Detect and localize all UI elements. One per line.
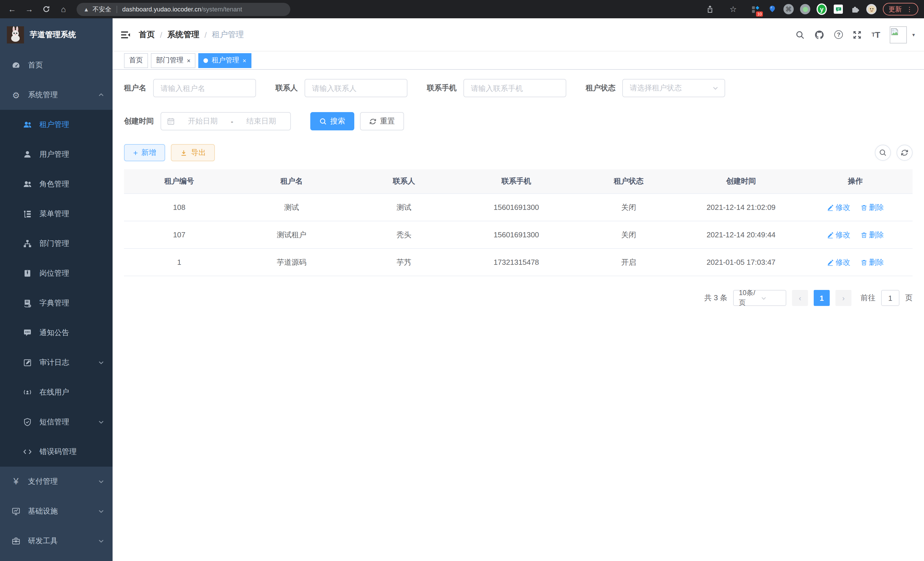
fullscreen-icon[interactable] — [853, 30, 862, 39]
sidebar-item-pay[interactable]: ¥ 支付管理 — [0, 467, 112, 496]
mobile-input[interactable] — [464, 79, 566, 97]
chevron-down-icon — [712, 85, 719, 92]
edit-button[interactable]: 修改 — [827, 202, 850, 212]
trash-icon — [860, 259, 867, 266]
sidebar-item-system[interactable]: ⚙ 系统管理 — [0, 80, 112, 110]
puzzle-extensions-icon[interactable] — [850, 4, 860, 14]
sidebar-item-audit[interactable]: 审计日志 — [0, 348, 112, 378]
sidebar-item-post[interactable]: 岗位管理 — [0, 259, 112, 288]
dot-extension-icon[interactable] — [800, 4, 810, 14]
tab-dept[interactable]: 部门管理× — [151, 53, 196, 68]
github-icon[interactable] — [814, 29, 825, 40]
table-header-row: 租户编号 租户名 联系人 联系手机 租户状态 创建时间 操作 — [124, 169, 913, 194]
delete-button[interactable]: 删除 — [860, 202, 884, 212]
date-start-placeholder: 开始日期 — [179, 116, 226, 126]
forward-icon[interactable]: → — [23, 5, 35, 14]
balloon-extension-icon[interactable] — [767, 4, 777, 14]
chat-extension-icon[interactable] — [833, 4, 843, 14]
refresh-table-button[interactable] — [897, 145, 913, 161]
page-content: 租户名 联系人 联系手机 租户状态 请选择租户状态 — [112, 70, 924, 561]
reset-button[interactable]: 重置 — [360, 112, 404, 130]
profile-avatar-icon[interactable] — [866, 4, 877, 14]
bookmark-star-icon[interactable]: ☆ — [727, 5, 740, 14]
address-bar[interactable]: ▲ 不安全 dashboard.yudao.iocoder.cn/system/… — [76, 3, 290, 16]
search-button[interactable]: 搜索 — [310, 112, 354, 130]
page-size-select[interactable]: 10条/页 — [733, 290, 786, 306]
pagination: 共 3 条 10条/页 ‹ 1 › 前往 页 — [124, 290, 913, 306]
tab-tenant[interactable]: 租户管理× — [199, 53, 251, 68]
sidebar-item-role[interactable]: 角色管理 — [0, 169, 112, 199]
top-navbar: 首页 / 系统管理 / 租户管理 ? — [112, 18, 924, 51]
col-status: 租户状态 — [573, 169, 684, 194]
col-contact: 联系人 — [349, 169, 459, 194]
breadcrumb-home[interactable]: 首页 — [139, 29, 155, 40]
sidebar-item-tool[interactable]: 研发工具 — [0, 526, 112, 556]
sidebar-item-notice[interactable]: 通知公告 — [0, 318, 112, 348]
toggle-search-button[interactable] — [875, 145, 891, 161]
sidebar-collapse-icon[interactable] — [121, 30, 131, 39]
browser-update-button[interactable]: 更新 ⋮ — [883, 3, 918, 15]
tree-menu-icon — [23, 209, 32, 218]
user-avatar[interactable] — [890, 26, 907, 43]
y-extension-icon[interactable]: y — [817, 4, 827, 14]
delete-button[interactable]: 删除 — [860, 230, 884, 240]
dictionary-icon — [23, 299, 32, 308]
prev-page-button[interactable]: ‹ — [792, 290, 808, 306]
search-icon — [879, 149, 887, 157]
gear-icon: ⚙ — [11, 90, 21, 99]
edit-button[interactable]: 修改 — [827, 257, 850, 267]
sidebar-item-user[interactable]: 用户管理 — [0, 140, 112, 169]
breadcrumb-system[interactable]: 系统管理 — [167, 29, 200, 40]
avatar-caret-icon[interactable]: ▾ — [912, 32, 915, 38]
share-icon[interactable] — [704, 5, 716, 14]
edit-button[interactable]: 修改 — [827, 230, 850, 240]
font-size-icon[interactable]: TT — [872, 30, 880, 39]
logo[interactable]: 芋道管理系统 — [0, 23, 112, 47]
col-tenant-id: 租户编号 — [124, 169, 234, 194]
sidebar-item-home[interactable]: 首页 — [0, 50, 112, 80]
next-page-button[interactable]: › — [836, 290, 851, 306]
sidebar-item-errcode[interactable]: 错误码管理 — [0, 437, 112, 467]
chevron-down-icon — [760, 295, 782, 301]
security-label[interactable]: 不安全 — [93, 5, 111, 14]
tenant-name-input[interactable] — [153, 79, 256, 97]
home-icon[interactable]: ⌂ — [57, 5, 70, 14]
date-range-picker[interactable]: 开始日期 - 结束日期 — [160, 112, 291, 130]
contact-input[interactable] — [304, 79, 407, 97]
sidebar-item-dept[interactable]: 部门管理 — [0, 229, 112, 259]
export-button[interactable]: 导出 — [171, 144, 215, 161]
sidebar-item-online[interactable]: 在线用户 — [0, 378, 112, 407]
chevron-down-icon — [98, 508, 105, 515]
status-text: 关闭 — [573, 194, 684, 221]
breadcrumb-current: 租户管理 — [212, 29, 244, 40]
reload-icon[interactable] — [40, 5, 52, 14]
sidebar-item-dict[interactable]: 字典管理 — [0, 288, 112, 318]
command-extension-icon[interactable]: ⌘ — [783, 4, 794, 14]
sidebar-item-infra[interactable]: 基础设施 — [0, 496, 112, 526]
search-icon — [320, 117, 327, 125]
extension-tabs-icon[interactable]: 10 — [750, 4, 760, 14]
browser-menu-icon[interactable]: ⋮ — [906, 5, 913, 13]
tab-home[interactable]: 首页 — [124, 53, 148, 68]
sidebar-item-sms[interactable]: 短信管理 — [0, 407, 112, 437]
chat-bubble-icon — [23, 328, 32, 337]
url-text[interactable]: dashboard.yudao.iocoder.cn/system/tenant — [122, 6, 242, 13]
back-icon[interactable]: ← — [6, 5, 18, 14]
header-search-icon[interactable] — [795, 30, 805, 39]
goto-page-input[interactable] — [881, 290, 899, 306]
browser-toolbar: ← → ⌂ ▲ 不安全 dashboard.yudao.iocoder.cn/s… — [0, 0, 924, 18]
audit-log-icon — [23, 358, 32, 367]
tenant-table: 租户编号 租户名 联系人 联系手机 租户状态 创建时间 操作 108 测试 — [124, 169, 913, 276]
current-page-button[interactable]: 1 — [814, 290, 830, 306]
close-icon[interactable]: × — [243, 57, 246, 64]
user-icon — [23, 150, 32, 159]
delete-button[interactable]: 删除 — [860, 257, 884, 267]
id-badge-icon — [23, 269, 32, 278]
help-icon[interactable]: ? — [834, 30, 843, 39]
sidebar-item-menu[interactable]: 菜单管理 — [0, 199, 112, 229]
add-button[interactable]: + 新增 — [124, 144, 165, 161]
status-select[interactable]: 请选择租户状态 — [622, 79, 725, 97]
sidebar-item-tenant[interactable]: 租户管理 — [0, 110, 112, 140]
chevron-up-icon — [98, 92, 105, 98]
close-icon[interactable]: × — [187, 57, 190, 64]
